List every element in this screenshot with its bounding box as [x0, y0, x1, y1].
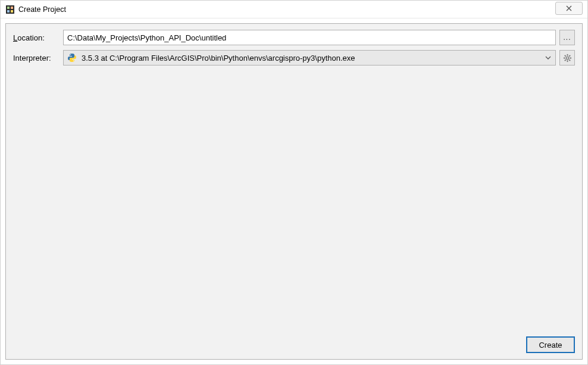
- svg-rect-14: [568, 59, 570, 61]
- location-row: Location: ...: [13, 30, 575, 45]
- svg-rect-7: [567, 54, 568, 55]
- close-button[interactable]: [555, 2, 583, 15]
- interpreter-label: Interpreter:: [13, 54, 60, 63]
- spacer: [13, 70, 575, 332]
- python-icon: [67, 53, 77, 63]
- gear-icon: [563, 54, 572, 63]
- svg-rect-11: [568, 55, 570, 57]
- interpreter-value: 3.5.3 at C:\Program Files\ArcGIS\Pro\bin…: [82, 54, 545, 63]
- dialog-window: Create Project Location: ... Interpreter…: [0, 0, 588, 365]
- interpreter-dropdown[interactable]: 3.5.3 at C:\Program Files\ArcGIS\Pro\bin…: [63, 50, 556, 65]
- interpreter-row: Interpreter: 3.5.3 at C:\Program Files\A…: [13, 50, 575, 65]
- svg-rect-1: [7, 7, 10, 9]
- location-input[interactable]: [63, 30, 556, 45]
- app-icon: [5, 5, 15, 14]
- titlebar: Create Project: [1, 1, 587, 18]
- svg-rect-3: [7, 10, 10, 13]
- interpreter-settings-button[interactable]: [559, 50, 575, 65]
- window-title: Create Project: [18, 5, 66, 14]
- footer: Create: [13, 332, 575, 353]
- svg-rect-2: [11, 7, 13, 9]
- svg-point-5: [70, 54, 71, 55]
- create-button[interactable]: Create: [526, 336, 575, 353]
- close-icon: [565, 5, 573, 12]
- svg-rect-13: [564, 55, 566, 57]
- content-area: Location: ... Interpreter: 3.5.3 at C:\P…: [5, 23, 583, 360]
- svg-rect-12: [564, 59, 566, 61]
- svg-rect-10: [570, 57, 571, 58]
- svg-rect-4: [11, 10, 13, 13]
- svg-rect-8: [567, 60, 568, 62]
- browse-button[interactable]: ...: [559, 30, 575, 45]
- chevron-down-icon: [545, 54, 552, 61]
- location-label: Location:: [13, 33, 60, 42]
- svg-rect-9: [563, 57, 565, 58]
- svg-point-6: [73, 60, 74, 61]
